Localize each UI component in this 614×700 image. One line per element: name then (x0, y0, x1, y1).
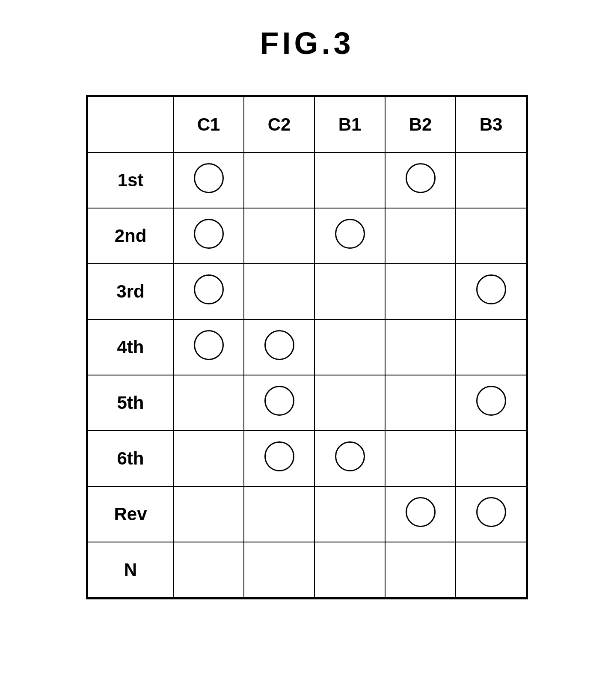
cell-1st-b3 (456, 152, 526, 208)
cell-6th-b3 (456, 431, 526, 486)
circle-5th-b3 (476, 386, 506, 416)
row-label-n: N (88, 542, 173, 598)
circle-4th-c1 (194, 330, 224, 360)
cell-6th-c2 (244, 431, 314, 486)
cell-2nd-b2 (385, 208, 456, 264)
circle-3rd-c1 (194, 274, 224, 304)
cell-6th-b1 (314, 431, 385, 486)
cell-3rd-c2 (244, 264, 314, 319)
main-table: C1 C2 B1 B2 B3 1st2nd3rd4th5th6thRevN (87, 96, 527, 598)
cell-1st-b2 (385, 152, 456, 208)
table-row: 3rd (88, 264, 526, 319)
cell-rev-b2 (385, 486, 456, 542)
circle-1st-c1 (194, 163, 224, 193)
table-row: 2nd (88, 208, 526, 264)
cell-n-c2 (244, 542, 314, 598)
circle-2nd-b1 (335, 219, 365, 249)
cell-1st-b1 (314, 152, 385, 208)
table-wrapper: C1 C2 B1 B2 B3 1st2nd3rd4th5th6thRevN (86, 95, 528, 599)
row-label-5th: 5th (88, 375, 173, 431)
cell-n-b2 (385, 542, 456, 598)
cell-3rd-c1 (173, 264, 244, 319)
circle-rev-b2 (406, 497, 436, 527)
row-label-rev: Rev (88, 486, 173, 542)
cell-6th-b2 (385, 431, 456, 486)
table-row: 5th (88, 375, 526, 431)
circle-1st-b2 (406, 163, 436, 193)
table-row: 1st (88, 152, 526, 208)
cell-1st-c2 (244, 152, 314, 208)
cell-5th-b1 (314, 375, 385, 431)
circle-rev-b3 (476, 497, 506, 527)
circle-6th-b1 (335, 441, 365, 471)
header-B1: B1 (314, 97, 385, 152)
cell-5th-b3 (456, 375, 526, 431)
circle-6th-c2 (264, 441, 294, 471)
cell-3rd-b3 (456, 264, 526, 319)
cell-4th-c1 (173, 319, 244, 375)
row-label-4th: 4th (88, 319, 173, 375)
cell-n-c1 (173, 542, 244, 598)
row-label-3rd: 3rd (88, 264, 173, 319)
header-C2: C2 (244, 97, 314, 152)
circle-4th-c2 (264, 330, 294, 360)
cell-2nd-b3 (456, 208, 526, 264)
cell-5th-c2 (244, 375, 314, 431)
table-row: 4th (88, 319, 526, 375)
circle-5th-c2 (264, 386, 294, 416)
header-empty (88, 97, 173, 152)
cell-4th-c2 (244, 319, 314, 375)
cell-rev-b1 (314, 486, 385, 542)
cell-3rd-b1 (314, 264, 385, 319)
table-row: 6th (88, 431, 526, 486)
cell-rev-b3 (456, 486, 526, 542)
cell-5th-c1 (173, 375, 244, 431)
cell-6th-c1 (173, 431, 244, 486)
cell-4th-b3 (456, 319, 526, 375)
table-row: N (88, 542, 526, 598)
header-row: C1 C2 B1 B2 B3 (88, 97, 526, 152)
cell-3rd-b2 (385, 264, 456, 319)
header-C1: C1 (173, 97, 244, 152)
row-label-6th: 6th (88, 431, 173, 486)
cell-rev-c1 (173, 486, 244, 542)
cell-1st-c1 (173, 152, 244, 208)
cell-2nd-c2 (244, 208, 314, 264)
row-label-2nd: 2nd (88, 208, 173, 264)
header-B2: B2 (385, 97, 456, 152)
header-B3: B3 (456, 97, 526, 152)
cell-5th-b2 (385, 375, 456, 431)
row-label-1st: 1st (88, 152, 173, 208)
page-container: FIG.3 C1 C2 B1 B2 B3 1st2nd3rd4th5th6thR… (0, 0, 614, 700)
circle-3rd-b3 (476, 274, 506, 304)
cell-n-b3 (456, 542, 526, 598)
cell-n-b1 (314, 542, 385, 598)
table-row: Rev (88, 486, 526, 542)
cell-2nd-b1 (314, 208, 385, 264)
circle-2nd-c1 (194, 219, 224, 249)
figure-title: FIG.3 (260, 26, 354, 61)
cell-4th-b2 (385, 319, 456, 375)
cell-rev-c2 (244, 486, 314, 542)
cell-2nd-c1 (173, 208, 244, 264)
cell-4th-b1 (314, 319, 385, 375)
